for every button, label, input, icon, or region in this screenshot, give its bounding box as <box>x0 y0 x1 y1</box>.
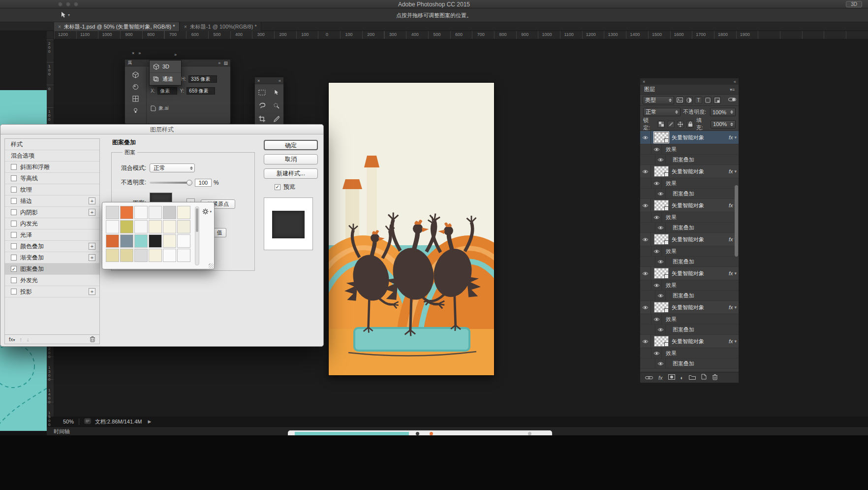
effect-visibility-toggle[interactable] <box>655 189 666 198</box>
layer-effects-row[interactable]: 效果 <box>640 212 739 223</box>
style-add-instance-button[interactable]: + <box>89 243 95 250</box>
layer-effects-expander[interactable]: ▾ <box>734 305 737 310</box>
layer-effects-row[interactable]: 效果 <box>640 178 739 189</box>
layer-effects-expander[interactable]: ▾ <box>734 339 737 344</box>
layer-effects-row[interactable]: 效果 <box>640 348 739 359</box>
style-add-instance-button[interactable]: + <box>89 197 95 204</box>
move-effect-up-button[interactable]: ↑ <box>20 336 23 342</box>
layer-fx-badge[interactable]: fx <box>729 168 733 174</box>
new-layer-icon[interactable] <box>701 374 707 381</box>
style-list-item[interactable]: 渐变叠加+ <box>5 252 99 263</box>
crop-tool-icon[interactable] <box>255 112 269 126</box>
layer-name[interactable]: 矢量智能对象 <box>672 338 727 345</box>
effects-label[interactable]: 效果 <box>666 180 677 187</box>
style-item-checkbox[interactable] <box>11 289 17 294</box>
new-style-button[interactable]: 新建样式... <box>264 168 318 179</box>
opacity-slider[interactable] <box>150 182 190 184</box>
filter-type-select[interactable]: 类型 <box>643 96 674 104</box>
style-item-checkbox[interactable] <box>11 221 17 227</box>
effects-visibility-toggle[interactable] <box>651 178 662 188</box>
style-list-item[interactable]: 描边+ <box>5 196 99 207</box>
pattern-swatch[interactable] <box>177 206 190 219</box>
effects-visibility-toggle[interactable] <box>651 314 662 324</box>
effects-label[interactable]: 效果 <box>666 282 677 289</box>
style-add-instance-button[interactable]: + <box>89 254 95 261</box>
effect-visibility-toggle[interactable] <box>655 359 666 368</box>
effect-visibility-toggle[interactable] <box>655 257 666 266</box>
add-effect-button[interactable]: fx▾ <box>9 336 15 342</box>
pattern-swatch[interactable] <box>120 234 133 248</box>
close-tab-icon[interactable]: × <box>184 24 187 30</box>
layer-thumbnail[interactable] <box>654 166 669 177</box>
layer-effects-row[interactable]: 效果 <box>640 280 739 291</box>
rect-marquee-tool-icon[interactable] <box>255 86 269 99</box>
layer-effect-item-row[interactable]: 图案叠加 <box>640 257 739 267</box>
style-item-checkbox[interactable] <box>11 175 17 181</box>
opacity-input[interactable]: 100 <box>195 179 212 187</box>
layer-thumbnail[interactable] <box>654 234 669 245</box>
style-list-item[interactable]: 外发光 <box>5 275 99 286</box>
eyedropper-tool-icon[interactable] <box>269 112 283 126</box>
effects-label[interactable]: 效果 <box>666 316 677 323</box>
style-item-checkbox[interactable] <box>11 164 17 170</box>
style-list-item[interactable]: 光泽 <box>5 229 99 241</box>
pattern-popup-scrollbar[interactable] <box>195 206 199 265</box>
move-effect-down-button[interactable]: ↓ <box>27 336 30 342</box>
blend-mode-select[interactable]: 正常 <box>150 163 195 172</box>
pattern-swatch[interactable] <box>106 206 119 219</box>
layer-visibility-toggle[interactable] <box>640 165 651 178</box>
style-list-item[interactable]: 内阴影+ <box>5 207 99 218</box>
style-item-checkbox[interactable] <box>11 243 17 249</box>
add-layer-mask-icon[interactable] <box>668 374 675 381</box>
style-list-item[interactable]: 纹理 <box>5 184 99 196</box>
pattern-swatch[interactable] <box>120 206 133 219</box>
close-tab-icon[interactable]: × <box>58 24 61 30</box>
effects-label[interactable]: 效果 <box>666 350 677 357</box>
cancel-button[interactable]: 取消 <box>264 154 318 164</box>
filter-toggle-switch[interactable] <box>728 97 736 103</box>
pattern-swatch[interactable] <box>163 206 176 219</box>
timeline-tab[interactable]: 时间轴 <box>54 428 70 435</box>
close-panel-icon[interactable]: × <box>257 78 260 83</box>
style-add-instance-button[interactable]: + <box>89 209 95 216</box>
filter-shape-layers-icon[interactable] <box>704 97 712 104</box>
layer-effects-expander[interactable]: ▾ <box>734 271 737 276</box>
document-tab-2[interactable]: × 未标题-1 @ 100%(RGB/8) * <box>180 22 261 31</box>
pattern-swatch[interactable] <box>120 220 133 233</box>
layer-fx-badge[interactable]: fx <box>729 236 733 242</box>
lock-all-icon[interactable] <box>686 121 694 128</box>
style-list-item[interactable]: ✓图案叠加 <box>5 263 99 275</box>
preview-checkbox-row[interactable]: ✓ 预览 <box>275 183 322 191</box>
layer-fx-badge[interactable]: fx <box>729 304 733 310</box>
style-item-checkbox[interactable] <box>11 277 17 283</box>
collapse-panel-icon[interactable]: « <box>279 78 281 83</box>
layer-thumbnail[interactable] <box>654 302 669 313</box>
pattern-swatch[interactable] <box>134 249 148 262</box>
layer-row[interactable]: 矢量智能对象fx▾ <box>640 267 739 280</box>
doc-size-info[interactable]: 文档:2.86M/141.4M <box>95 418 142 425</box>
opacity-slider-knob[interactable] <box>186 180 192 186</box>
filter-type-layers-icon[interactable]: T <box>695 97 702 104</box>
effects-label[interactable]: 效果 <box>666 248 677 255</box>
layer-fx-badge[interactable]: fx <box>729 338 733 344</box>
fill-select[interactable]: 100% <box>711 120 736 129</box>
effect-item-label[interactable]: 图案叠加 <box>673 292 694 299</box>
layer-effect-item-row[interactable]: 图案叠加 <box>640 359 739 369</box>
style-item-checkbox[interactable] <box>11 198 17 204</box>
workspace-switcher-button[interactable]: 3D <box>846 1 862 7</box>
layer-effect-item-row[interactable]: 图案叠加 <box>640 291 739 301</box>
lock-pixels-icon[interactable] <box>667 121 675 128</box>
styles-header-row[interactable]: 样式 <box>5 139 99 150</box>
lock-position-icon[interactable] <box>677 121 684 128</box>
opacity-select[interactable]: 100% <box>710 108 736 116</box>
new-group-icon[interactable] <box>689 374 696 381</box>
status-flyout-arrow[interactable]: ▶ <box>148 419 151 424</box>
filter-pixel-layers-icon[interactable] <box>676 97 683 104</box>
layer-visibility-toggle[interactable] <box>640 335 651 348</box>
effect-item-label[interactable]: 图案叠加 <box>673 156 694 163</box>
blending-options-row[interactable]: 混合选项 <box>5 150 99 162</box>
layer-name[interactable]: 矢量智能对象 <box>672 270 727 277</box>
pattern-swatch[interactable] <box>177 220 190 233</box>
layer-visibility-toggle[interactable] <box>640 199 651 212</box>
style-item-checkbox[interactable] <box>11 232 17 238</box>
